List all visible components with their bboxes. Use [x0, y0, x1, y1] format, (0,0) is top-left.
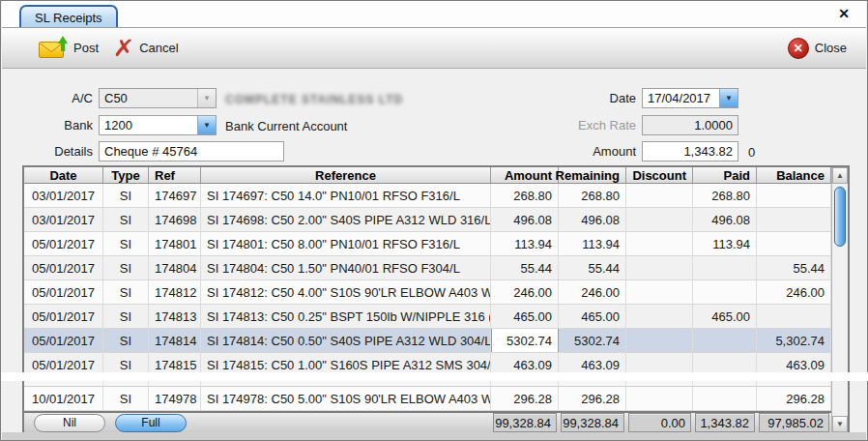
cell-balance[interactable]: 5,302.74	[757, 329, 831, 352]
cell-ref[interactable]: 174814	[149, 329, 201, 352]
cell-remaining[interactable]: 268.80	[559, 184, 626, 207]
cell-balance[interactable]	[757, 305, 831, 328]
cell-date[interactable]: 10/01/2017	[24, 387, 103, 410]
table-row[interactable]: 03/01/2017SI174697SI 174697: C50 14.0" P…	[24, 184, 831, 208]
cell-reference[interactable]: SI 174978: C50 5.00" S10S 90'LR ELBOW A4…	[201, 387, 491, 410]
cell-discount[interactable]	[626, 280, 693, 304]
cell-balance[interactable]: 296.28	[757, 387, 831, 410]
cell-ref[interactable]: 174697	[149, 184, 201, 207]
cell-reference[interactable]: SI 174813: C50 0.25" BSPT 150lb W/NIPPLE…	[201, 305, 491, 328]
cancel-button[interactable]: ✗ Cancel	[106, 35, 187, 62]
exch-rate-field[interactable]: 1.0000	[642, 115, 738, 135]
column-header-remaining[interactable]: Remaining	[559, 167, 626, 183]
date-dropdown-icon[interactable]: ▼	[719, 89, 738, 107]
cell-type[interactable]: SI	[103, 208, 149, 231]
cell-date[interactable]: 05/01/2017	[24, 256, 103, 279]
cell-remaining[interactable]: 5302.74	[559, 329, 626, 352]
cell-reference[interactable]: SI 174812: C50 4.00" S10S 90'LR ELBOW A4…	[201, 280, 491, 304]
post-button[interactable]: Post	[31, 34, 106, 62]
details-input[interactable]: Cheque # 45764	[99, 141, 284, 162]
cell-amount[interactable]: 55.44	[491, 256, 559, 279]
table-row[interactable]: 05/01/2017SI174801SI 174801: C50 8.00" P…	[24, 232, 831, 256]
window-close-icon[interactable]: ✕	[835, 5, 853, 22]
cell-discount[interactable]	[626, 256, 693, 279]
cell-discount[interactable]	[626, 387, 693, 410]
table-row[interactable]: 05/01/2017SI174814SI 174814: C50 0.50" S…	[24, 329, 831, 353]
nil-button[interactable]: Nil	[34, 414, 105, 432]
cell-amount[interactable]: 5302.74	[491, 329, 559, 352]
cell-amount[interactable]: 296.28	[491, 387, 559, 410]
cell-remaining[interactable]: 496.08	[559, 208, 626, 231]
cell-type[interactable]: SI	[103, 387, 149, 410]
cell-balance[interactable]	[757, 184, 831, 207]
cell-discount[interactable]	[626, 208, 693, 231]
column-header-type[interactable]: Type	[103, 167, 149, 183]
table-row[interactable]: 05/01/2017SI174804SI 174804: C50 1.50" P…	[24, 256, 831, 280]
cell-ref[interactable]: 174801	[149, 232, 201, 255]
cell-balance[interactable]: 55.44	[757, 256, 831, 279]
cell-ref[interactable]: 174698	[149, 208, 201, 231]
cell-paid[interactable]: 496.08	[693, 208, 757, 231]
bank-dropdown-icon[interactable]: ▼	[197, 116, 216, 134]
table-row[interactable]: 10/01/2017SI174978SI 174978: C50 5.00" S…	[24, 387, 831, 411]
cell-paid[interactable]: 268.80	[693, 184, 757, 207]
column-header-paid[interactable]: Paid	[693, 167, 757, 183]
cell-date[interactable]: 05/01/2017	[24, 280, 103, 304]
column-header-ref[interactable]: Ref	[149, 167, 201, 183]
column-header-balance[interactable]: Balance	[757, 167, 831, 183]
cell-ref[interactable]: 174804	[149, 256, 201, 279]
cell-reference[interactable]: SI 174697: C50 14.0" PN10/01 RFSO F316/L	[201, 184, 491, 207]
cell-paid[interactable]: 465.00	[693, 305, 757, 328]
cell-paid[interactable]	[693, 256, 757, 279]
cell-type[interactable]: SI	[103, 232, 149, 255]
cell-remaining[interactable]: 296.28	[559, 387, 626, 410]
cell-reference[interactable]: SI 174698: C50 2.00" S40S PIPE A312 WLD …	[201, 208, 491, 231]
cell-date[interactable]: 05/01/2017	[24, 232, 103, 255]
cell-remaining[interactable]: 465.00	[559, 305, 626, 328]
cell-remaining[interactable]: 113.94	[559, 232, 626, 255]
ac-dropdown-icon[interactable]: ▼	[197, 89, 216, 107]
amount-field[interactable]: 1,343.82	[642, 141, 738, 162]
column-header-reference[interactable]: Reference	[201, 167, 491, 183]
cell-balance[interactable]: 246.00	[757, 280, 831, 304]
cell-paid[interactable]	[693, 280, 757, 304]
cell-balance[interactable]	[757, 232, 831, 255]
cell-date[interactable]: 05/01/2017	[24, 329, 103, 352]
cell-ref[interactable]: 174978	[149, 387, 201, 410]
column-header-discount[interactable]: Discount	[626, 167, 693, 183]
table-row[interactable]: 05/01/2017SI174813SI 174813: C50 0.25" B…	[24, 305, 831, 329]
cell-discount[interactable]	[626, 232, 693, 255]
scrollbar-thumb[interactable]	[834, 187, 846, 247]
cell-type[interactable]: SI	[103, 280, 149, 304]
cell-reference[interactable]: SI 174804: C50 1.50" PN40/01 RFSO F304/L	[201, 256, 491, 279]
full-button[interactable]: Full	[115, 414, 187, 432]
cell-paid[interactable]	[693, 329, 757, 352]
date-field[interactable]: 17/04/2017 ▼	[642, 88, 738, 108]
cell-type[interactable]: SI	[103, 256, 149, 279]
bank-field[interactable]: 1200 ▼	[99, 115, 217, 135]
cell-amount[interactable]: 246.00	[491, 280, 559, 304]
cell-remaining[interactable]: 55.44	[559, 256, 626, 279]
cell-date[interactable]: 03/01/2017	[24, 208, 103, 231]
vertical-scrollbar[interactable]: ▲ ▼	[831, 167, 848, 432]
tab-sl-receipts[interactable]: SL Receipts	[19, 5, 118, 28]
cell-balance[interactable]	[757, 208, 831, 231]
cell-reference[interactable]: SI 174814: C50 0.50" S40S PIPE A312 WLD …	[201, 329, 491, 352]
cell-amount[interactable]: 113.94	[491, 232, 559, 255]
cell-paid[interactable]: 113.94	[693, 232, 757, 255]
cell-amount[interactable]: 496.08	[491, 208, 559, 231]
cell-amount[interactable]: 465.00	[491, 305, 559, 328]
column-header-date[interactable]: Date	[24, 167, 103, 183]
column-header-amount[interactable]: Amount	[491, 167, 559, 183]
scroll-up-icon[interactable]: ▲	[832, 167, 848, 184]
cell-discount[interactable]	[626, 184, 693, 207]
table-row[interactable]: 05/01/2017SI174812SI 174812: C50 4.00" S…	[24, 280, 831, 305]
cell-reference[interactable]: SI 174801: C50 8.00" PN10/01 RFSO F316/L	[201, 232, 491, 255]
close-button[interactable]: ✕ Close	[780, 34, 854, 63]
cell-discount[interactable]	[626, 305, 693, 328]
scroll-down-icon[interactable]: ▼	[832, 416, 848, 432]
cell-amount[interactable]: 268.80	[491, 184, 559, 207]
cell-date[interactable]: 03/01/2017	[24, 184, 103, 207]
cell-ref[interactable]: 174813	[149, 305, 201, 328]
cell-ref[interactable]: 174812	[149, 280, 201, 304]
